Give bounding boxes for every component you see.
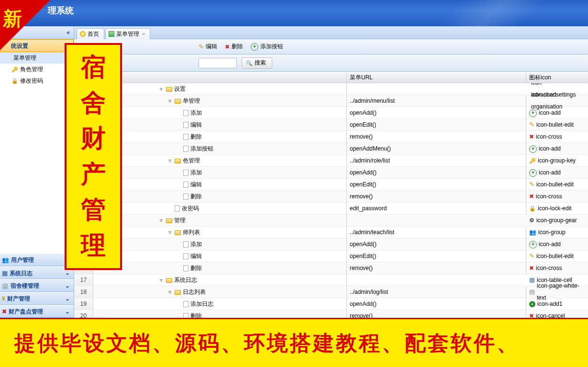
accordion-5[interactable]: 财产盘点管理⌄ [0, 305, 74, 318]
expand-icon[interactable]: ▿ [167, 227, 173, 238]
menu-name: 添加 [190, 238, 202, 250]
delete-button[interactable]: 删除 [225, 43, 243, 51]
table-row[interactable]: 20删除remove() icon-cancel [74, 310, 588, 318]
edit-icon [529, 250, 534, 262]
menu-name: 添加 [190, 167, 202, 178]
chevron-down-icon: ⌄ [65, 292, 70, 305]
table-row[interactable]: 删除remove() icon-cross [74, 131, 588, 143]
menu-name: 师列表 [183, 227, 200, 238]
expand-icon[interactable]: ▿ [167, 286, 173, 298]
cell-name: ▿单管理 [93, 95, 347, 107]
menu-name: 删除 [190, 191, 202, 202]
expand-icon[interactable]: ▿ [167, 95, 173, 107]
tab-1[interactable]: 菜单管理× [105, 28, 150, 39]
accordion-1[interactable]: 用户管理⌄ [0, 253, 74, 266]
page-icon [183, 146, 189, 152]
close-icon[interactable]: × [142, 29, 145, 39]
search-icon [246, 60, 253, 66]
table-row[interactable]: 编辑openEdit() icon-bullet-edit [74, 179, 588, 191]
page-icon [183, 122, 189, 128]
menu-name: 删除 [190, 131, 202, 142]
col-name[interactable] [93, 72, 347, 83]
sidebar-item-0[interactable]: 菜单管理 [0, 52, 74, 64]
bulb-icon [80, 31, 86, 37]
table-row[interactable]: 改密码edit_password icon-lock-edit [74, 203, 588, 215]
table-row[interactable]: 添加openAdd() icon-add [74, 107, 588, 119]
add-menu-button[interactable]: 添加按钮 [251, 43, 283, 51]
cell-name: 删除 [93, 262, 347, 274]
table-row[interactable]: ▿单管理../admin/menu/list icon-chart-organi… [74, 95, 588, 107]
icon-text: icon-cross [536, 131, 562, 143]
icon-text: icon-add1 [537, 298, 563, 310]
col-url[interactable]: 菜单URL [347, 72, 526, 83]
cross-icon [529, 131, 534, 143]
table-row[interactable]: 添加openAdd() icon-add [74, 167, 588, 179]
folder-icon [175, 99, 181, 104]
key-icon [11, 64, 18, 75]
accordion-4[interactable]: 财产管理⌄ [0, 292, 74, 305]
expand-icon[interactable]: ▿ [158, 274, 164, 286]
cell-name: 添加日志 [93, 298, 347, 310]
accordion-2[interactable]: 系统日志⌄ [0, 266, 74, 279]
folder-icon [175, 159, 181, 163]
search-button[interactable]: 搜索 [242, 57, 272, 69]
lock-icon [11, 75, 18, 86]
cross-icon [529, 262, 534, 274]
table-row[interactable]: 16删除remove() icon-cross [74, 262, 588, 274]
menu-name: 添加按钮 [190, 143, 213, 154]
menu-name: 添加 [190, 107, 202, 119]
accordion-label: 财产盘点管理 [9, 308, 43, 315]
cell-name: ▿管理 [93, 215, 347, 227]
table-row[interactable]: ▿设置 icon-advancedsettings [74, 83, 588, 95]
table-row[interactable]: 编辑openEdit() icon-bullet-edit [74, 119, 588, 131]
table-row[interactable]: 删除remove() icon-cross [74, 191, 588, 203]
cell-icon: icon-bullet-edit [526, 119, 588, 131]
table-row[interactable]: 17▿系统日志 icon-table-cell [74, 274, 588, 286]
icon-text: icon-group-key [538, 155, 576, 167]
group-icon [2, 257, 9, 263]
expand-icon[interactable]: ▿ [158, 215, 164, 226]
search-input[interactable] [199, 58, 237, 68]
cell-icon: icon-group-key [526, 155, 588, 167]
tab-0[interactable]: 首页 [77, 28, 104, 39]
edit-button[interactable]: 编辑 [199, 43, 217, 51]
sidebar-collapse-button[interactable]: « [0, 26, 74, 39]
page-icon [183, 301, 189, 307]
table-row[interactable]: 编辑openEdit() icon-bullet-edit [74, 250, 588, 262]
accordion-label: 用户管理 [11, 257, 34, 263]
cell-name: 改密码 [93, 203, 347, 215]
table-row[interactable]: ▿色管理../admin/role/list icon-group-key [74, 155, 588, 167]
expand-icon[interactable]: ▿ [158, 83, 164, 95]
page-icon [183, 194, 189, 200]
icon-text: icon-add [539, 143, 561, 155]
cell-url: ../admin/teach/list [347, 227, 526, 238]
accordion-3[interactable]: 宿舍楼管理⌄ [0, 279, 74, 292]
table-row[interactable]: ▿管理 icon-group-gear [74, 215, 588, 227]
table-row[interactable]: 18▿日志列表../admin/log/list icon-page-white… [74, 286, 588, 298]
page-icon [183, 313, 189, 318]
accordion-label: 宿舍楼管理 [11, 282, 39, 289]
folder-icon [166, 87, 172, 92]
sidebar-item-label: 菜单管理 [13, 52, 36, 64]
row-number: 18 [74, 286, 93, 298]
cell-url: openAdd() [347, 298, 526, 310]
table-row[interactable]: ▿师列表../admin/teach/list icon-group [74, 227, 588, 238]
table-row[interactable]: 添加按钮openAddMenu() icon-add [74, 143, 588, 155]
cell-icon: icon-add [526, 167, 588, 179]
cell-url: openAdd() [347, 238, 526, 250]
expand-icon[interactable]: ▿ [167, 155, 173, 166]
icon-text: icon-add [539, 167, 561, 179]
sidebar-item-2[interactable]: 修改密码 [0, 75, 74, 86]
accordion-system-settings[interactable]: 统设置 [0, 39, 74, 52]
menu-name: 编辑 [190, 250, 202, 262]
col-icon[interactable]: 图标icon [526, 72, 588, 83]
page-icon [183, 170, 189, 176]
grid-header: 菜单URL 图标icon [74, 72, 588, 83]
page-icon [183, 182, 189, 188]
sidebar-item-1[interactable]: 角色管理 [0, 64, 74, 75]
promo-banner: 提供毕设文档、源码、环境搭建教程、配套软件、 [0, 318, 588, 367]
menu-name: 改密码 [182, 203, 199, 214]
table-row[interactable]: 19添加日志openAdd() icon-add1 [74, 298, 588, 310]
page-icon [183, 110, 189, 116]
table-row[interactable]: 添加openAdd() icon-add [74, 238, 588, 250]
